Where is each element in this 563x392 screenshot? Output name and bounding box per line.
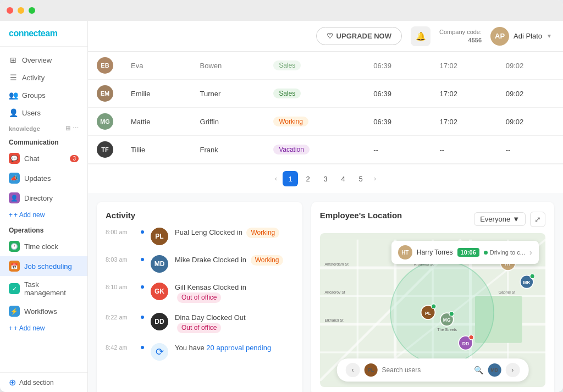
activity-item: 8:03 am MD Mike Drake Clocked in Working bbox=[106, 255, 294, 273]
content-area: EB Eva Bowen Sales 06:39 17:02 09:02 EM … bbox=[88, 52, 563, 392]
table-section: EB Eva Bowen Sales 06:39 17:02 09:02 EM … bbox=[88, 52, 563, 193]
map-search-bar: ‹ PL 🔍 MD › bbox=[337, 358, 529, 382]
svg-point-28 bbox=[431, 304, 436, 309]
svg-point-25 bbox=[530, 274, 535, 279]
bottom-panels: Activity 8:00 am PL Pual Leng Clocked in… bbox=[88, 193, 563, 392]
status-badge: Working bbox=[251, 255, 284, 266]
status-badge: Sales bbox=[273, 89, 301, 98]
more-knowledge-icon[interactable]: ⋯ bbox=[73, 125, 79, 132]
add-knowledge-icon[interactable]: ⊞ bbox=[65, 125, 70, 132]
users-icon: 👤 bbox=[9, 108, 18, 117]
status-badge: Working bbox=[273, 117, 308, 126]
search-icon[interactable]: 🔍 bbox=[474, 366, 483, 374]
sidebar-item-directory[interactable]: 👤 Directory bbox=[0, 188, 87, 208]
page-button-4[interactable]: 4 bbox=[335, 171, 351, 186]
status-badge: Vacation bbox=[273, 145, 310, 154]
user-menu[interactable]: AP Adi Plato ▼ bbox=[490, 27, 552, 46]
location-panel: Employee's Location Everyone ▼ ⤢ bbox=[311, 202, 554, 392]
avatar: EM bbox=[97, 85, 113, 102]
timeclock-icon: 🕐 bbox=[9, 241, 20, 252]
svg-point-31 bbox=[449, 312, 454, 317]
sidebar-item-timeclock[interactable]: 🕐 Time clock bbox=[0, 236, 87, 256]
status-badge: Out of office bbox=[177, 292, 221, 303]
avatar: GK bbox=[151, 283, 168, 300]
svg-text:MK: MK bbox=[523, 280, 531, 285]
search-avatar-right: MD bbox=[488, 363, 501, 377]
sidebar-item-updates[interactable]: 📣 Updates bbox=[0, 168, 87, 188]
sidebar-item-groups[interactable]: 👥 Groups bbox=[0, 86, 87, 104]
approval-link[interactable]: 20 approval pending bbox=[206, 344, 271, 352]
table-row: EB Eva Bowen Sales 06:39 17:02 09:02 bbox=[88, 52, 563, 80]
svg-text:DD: DD bbox=[462, 341, 469, 346]
minimize-button[interactable] bbox=[18, 7, 24, 14]
page-button-2[interactable]: 2 bbox=[300, 171, 316, 186]
activity-item: 8:22 am DD Dina Day Clocked Out Out of o… bbox=[106, 313, 294, 333]
page-button-1[interactable]: 1 bbox=[283, 171, 298, 186]
pagination-prev[interactable]: ‹ bbox=[272, 173, 280, 185]
company-info: Company code: 4556 bbox=[439, 28, 482, 44]
app-window: connecteam ⊞ Overview ☰ Activity 👥 Group… bbox=[0, 0, 563, 392]
sidebar-nav: ⊞ Overview ☰ Activity 👥 Groups 👤 Users k… bbox=[0, 47, 87, 340]
activity-item: 8:10 am GK Gill Kensas Clocked in Out of… bbox=[106, 283, 294, 303]
sidebar-item-chat[interactable]: 💬 Chat 3 bbox=[0, 148, 87, 168]
status-badge: Sales bbox=[273, 60, 301, 70]
svg-text:Elkhanzi St: Elkhanzi St bbox=[324, 318, 343, 322]
activity-dot bbox=[141, 230, 144, 234]
map-prev-button[interactable]: ‹ bbox=[346, 363, 360, 377]
sidebar-section-knowledge-icons: ⊞ ⋯ bbox=[65, 125, 79, 132]
status-badge: Out of office bbox=[177, 323, 221, 333]
everyone-dropdown[interactable]: Everyone ▼ bbox=[474, 212, 526, 226]
svg-text:The Streets: The Streets bbox=[437, 328, 457, 332]
pagination-next[interactable]: › bbox=[371, 173, 379, 185]
activity-panel: Activity 8:00 am PL Pual Leng Clocked in… bbox=[97, 202, 302, 392]
chevron-down-icon: ▼ bbox=[547, 33, 552, 39]
status-badge: Working bbox=[246, 228, 279, 238]
status-dot bbox=[484, 251, 488, 255]
notifications-button[interactable]: 🔔 bbox=[411, 26, 430, 46]
map-next-button[interactable]: › bbox=[505, 363, 520, 377]
close-button[interactable] bbox=[7, 7, 13, 14]
page-button-5[interactable]: 5 bbox=[353, 171, 368, 186]
app-body: connecteam ⊞ Overview ☰ Activity 👥 Group… bbox=[0, 21, 563, 392]
tooltip-time: 10:06 bbox=[457, 248, 479, 257]
taskmanagement-icon: ✓ bbox=[9, 283, 20, 294]
add-new-operations[interactable]: + + Add new bbox=[0, 321, 87, 335]
tooltip-status: Driving to c... bbox=[484, 249, 525, 256]
sidebar-item-activity[interactable]: ☰ Activity bbox=[0, 69, 87, 86]
map-tooltip: HT Harry Torres 10:06 Driving to c... › bbox=[391, 241, 539, 264]
sidebar-item-workflows[interactable]: ⚡ Workflows bbox=[0, 301, 87, 321]
titlebar bbox=[0, 0, 563, 21]
avatar: PL bbox=[151, 228, 168, 245]
sidebar-item-overview[interactable]: ⊞ Overview bbox=[0, 51, 87, 69]
page-button-3[interactable]: 3 bbox=[318, 171, 333, 186]
sidebar-item-jobscheduling[interactable]: 📅 Job scheduling bbox=[0, 256, 87, 276]
avatar: TF bbox=[97, 141, 113, 158]
activity-dot bbox=[141, 258, 144, 261]
svg-text:PL: PL bbox=[425, 311, 431, 316]
upgrade-button[interactable]: ♡ UPGRADE NOW bbox=[316, 27, 402, 45]
avatar: MD bbox=[151, 255, 168, 273]
table-row: EM Emilie Turner Sales 06:39 17:02 09:02 bbox=[88, 80, 563, 108]
sidebar-item-users[interactable]: 👤 Users bbox=[0, 104, 87, 122]
sidebar-section-knowledge: knowledge ⊞ ⋯ bbox=[0, 122, 87, 134]
search-users-input[interactable] bbox=[382, 366, 470, 374]
chat-badge: 3 bbox=[70, 155, 79, 162]
svg-text:Gabriel St: Gabriel St bbox=[499, 290, 515, 294]
tooltip-avatar: HT bbox=[398, 245, 412, 260]
add-section-button[interactable]: ⊕ Add section bbox=[0, 372, 87, 392]
bell-icon: 🔔 bbox=[416, 31, 426, 41]
expand-map-button[interactable]: ⤢ bbox=[530, 212, 545, 227]
table-row: TF Tillie Frank Vacation -- -- -- bbox=[88, 136, 563, 164]
tooltip-name: Harry Torres bbox=[417, 249, 453, 256]
sidebar-item-taskmanagement[interactable]: ✓ Task management bbox=[0, 276, 87, 301]
maximize-button[interactable] bbox=[29, 7, 35, 14]
header: ♡ UPGRADE NOW 🔔 Company code: 4556 AP Ad… bbox=[88, 21, 563, 52]
avatar: MG bbox=[97, 113, 113, 130]
add-new-communication[interactable]: + + Add new bbox=[0, 208, 87, 222]
tooltip-expand-icon[interactable]: › bbox=[529, 248, 532, 257]
operations-group-label: Operations bbox=[0, 222, 87, 236]
updates-icon: 📣 bbox=[9, 173, 20, 184]
table-row: MG Mattie Griffin Working 06:39 17:02 09… bbox=[88, 108, 563, 136]
svg-text:MG: MG bbox=[443, 317, 451, 323]
chat-icon: 💬 bbox=[9, 153, 20, 164]
